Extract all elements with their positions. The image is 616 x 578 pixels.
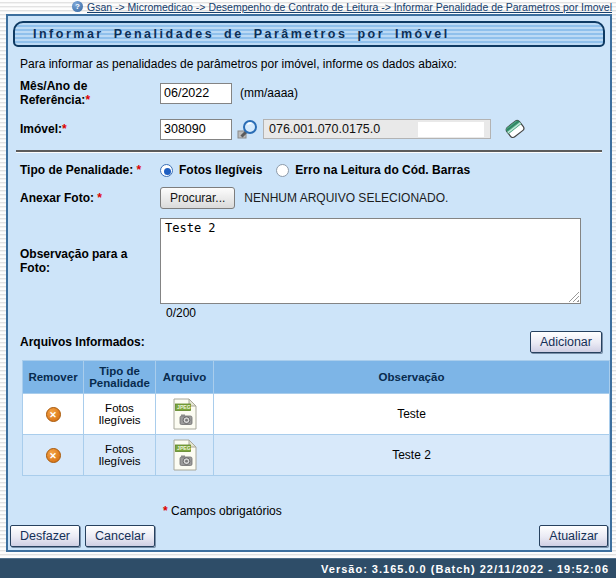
row-tipo-penalidade: Fotos Ilegíveis — [84, 435, 156, 476]
radio-erro-leitura-cod-barras[interactable] — [276, 164, 289, 177]
version-statusbar: Versão: 3.165.0.0 (Batch) 22/11/2022 - 1… — [0, 558, 616, 578]
remove-row-icon[interactable]: ✕ — [46, 407, 61, 422]
imovel-row: Imóvel:* 076.001.070.0175.0 — [20, 118, 604, 140]
required-asterisk: * — [85, 93, 90, 107]
page-title-bar: Informar Penalidades de Parâmetros por I… — [13, 21, 605, 47]
header-arquivo: Arquivo — [156, 361, 214, 394]
char-counter: 0/200 — [166, 306, 604, 320]
magnifier-icon — [237, 119, 258, 140]
page-title: Informar Penalidades de Parâmetros por I… — [33, 27, 450, 41]
desfazer-button[interactable]: Desfazer — [10, 525, 80, 547]
radio-fotos-ilegiveis[interactable] — [160, 164, 173, 177]
atualizar-button[interactable]: Atualizar — [539, 525, 608, 547]
actions-spacer — [155, 525, 539, 547]
table-row: ✕ Fotos Ilegíveis JPEG — [23, 394, 610, 435]
imovel-inscricao-field: 076.001.070.0175.0 — [263, 119, 491, 139]
row-observacao: Teste 2 — [214, 435, 610, 476]
observacao-label: Observação para a Foto: — [20, 247, 160, 275]
inscricao-highlight — [418, 122, 484, 137]
anexar-foto-row: Anexar Foto: * Procurar... NENHUM ARQUIV… — [20, 187, 604, 209]
imovel-label: Imóvel:* — [20, 122, 160, 136]
required-asterisk: * — [97, 191, 102, 205]
observacao-textarea[interactable]: Teste 2 — [160, 218, 581, 304]
file-status-text: NENHUM ARQUIVO SELECIONADO. — [244, 191, 448, 205]
jpeg-file-icon[interactable]: JPEG — [172, 398, 198, 430]
jpeg-file-icon[interactable]: JPEG — [172, 439, 198, 471]
actions-bar: Desfazer Cancelar Atualizar — [10, 525, 608, 547]
mes-ano-input[interactable] — [160, 83, 232, 104]
mes-ano-format-hint: (mm/aaaa) — [240, 86, 298, 100]
radio-fotos-ilegiveis-label: Fotos Ilegíveis — [179, 163, 262, 177]
mes-ano-row: Mês/Ano de Referência:* (mm/aaaa) — [20, 79, 604, 107]
tipo-penalidade-row: Tipo de Penalidade: * Fotos Ilegíveis Er… — [20, 163, 604, 177]
arquivos-section-label: Arquivos Informados: — [20, 335, 145, 349]
remove-row-icon[interactable]: ✕ — [46, 448, 61, 463]
arquivos-table: Remover Tipo de Penalidade Arquivo Obser… — [22, 360, 610, 476]
header-tipo-penalidade: Tipo de Penalidade — [84, 361, 156, 394]
cancelar-button[interactable]: Cancelar — [85, 525, 155, 547]
required-asterisk: * — [62, 122, 67, 136]
help-icon[interactable]: ? — [72, 1, 83, 12]
header-observacao: Observação — [214, 361, 610, 394]
table-header-row: Remover Tipo de Penalidade Arquivo Obser… — [23, 361, 610, 394]
breadcrumb-bar: ? Gsan -> Micromedicao -> Desempenho de … — [0, 0, 616, 14]
required-asterisk: * — [136, 163, 141, 177]
version-text: Versão: 3.165.0.0 (Batch) 22/11/2022 - 1… — [321, 563, 609, 575]
clear-imovel-button[interactable] — [503, 118, 527, 140]
breadcrumb[interactable]: Gsan -> Micromedicao -> Desempenho de Co… — [87, 1, 612, 13]
adicionar-button[interactable]: Adicionar — [530, 331, 602, 353]
section-divider — [16, 150, 602, 153]
imovel-input[interactable] — [160, 119, 232, 140]
browse-file-button[interactable]: Procurar... — [160, 187, 235, 209]
search-imovel-button[interactable] — [237, 119, 258, 140]
svg-text:JPEG: JPEG — [177, 404, 191, 410]
main-panel: Informar Penalidades de Parâmetros por I… — [6, 14, 612, 552]
row-tipo-penalidade: Fotos Ilegíveis — [84, 394, 156, 435]
tipo-penalidade-label: Tipo de Penalidade: * — [20, 163, 160, 177]
header-remover: Remover — [23, 361, 84, 394]
anexar-foto-label: Anexar Foto: * — [20, 191, 160, 205]
svg-text:JPEG: JPEG — [177, 445, 191, 451]
row-observacao: Teste — [214, 394, 610, 435]
radio-erro-leitura-label: Erro na Leitura do Cód. Barras — [295, 163, 470, 177]
eraser-icon — [503, 118, 527, 140]
observacao-row: Observação para a Foto: Teste 2 — [20, 218, 604, 304]
arquivos-header-row: Arquivos Informados: Adicionar — [20, 331, 602, 353]
required-fields-note: * Campos obrigatórios — [163, 504, 604, 518]
mes-ano-label: Mês/Ano de Referência:* — [20, 79, 160, 107]
instruction-text: Para informar as penalidades de parâmetr… — [20, 57, 604, 71]
table-row: ✕ Fotos Ilegíveis JPEG — [23, 435, 610, 476]
